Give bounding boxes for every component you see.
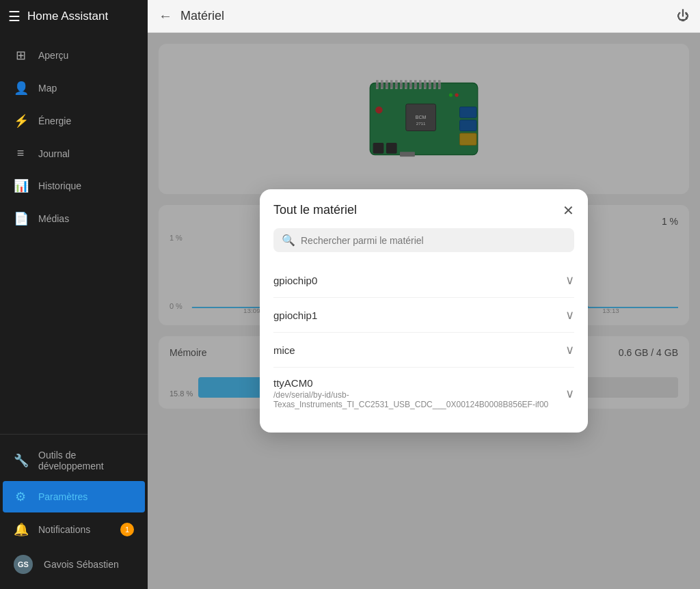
notification-badge: 1	[120, 523, 134, 536]
sidebar-label-parametres: Paramètres	[38, 491, 88, 502]
sidebar-item-outils[interactable]: 🔧 Outils de développement	[3, 441, 145, 480]
hw-item-sub: /dev/serial/by-id/usb-Texas_Instruments_…	[273, 390, 565, 409]
journal-icon: ≡	[14, 146, 27, 161]
sidebar-label-apercu: Aperçu	[38, 50, 68, 61]
main-content: ← Matériel ⏻	[148, 0, 700, 589]
sidebar-item-map[interactable]: 👤 Map	[3, 72, 145, 104]
sidebar-item-medias[interactable]: 📄 Médias	[3, 203, 145, 234]
power-button[interactable]: ⏻	[677, 9, 689, 23]
back-button[interactable]: ←	[159, 8, 172, 24]
content-area: BCM 2711 1	[148, 33, 700, 589]
sidebar-label-user: Gavois Sébastien	[44, 559, 119, 570]
hardware-list: gpiochip0 ∨ gpiochip1 ∨ mice	[273, 263, 574, 419]
app-title: Home Assistant	[27, 10, 108, 23]
menu-icon[interactable]: ☰	[8, 8, 21, 25]
bell-icon: 🔔	[14, 522, 27, 537]
sidebar-item-parametres[interactable]: ⚙ Paramètres	[3, 481, 145, 512]
chevron-down-icon: ∨	[565, 342, 574, 357]
hw-item-mice[interactable]: mice ∨	[273, 333, 574, 368]
topbar: ← Matériel ⏻	[148, 0, 700, 33]
hw-item-ttyacm0[interactable]: ttyACM0 /dev/serial/by-id/usb-Texas_Inst…	[273, 368, 574, 419]
hardware-modal: Tout le matériel ✕ 🔍 gpiochip0 ∨	[260, 189, 588, 433]
search-box: 🔍	[273, 228, 574, 252]
map-icon: 👤	[14, 81, 27, 96]
sidebar-item-user[interactable]: GS Gavois Sébastien	[3, 547, 145, 582]
sidebar-item-energie[interactable]: ⚡ Énergie	[3, 105, 145, 137]
chevron-down-icon: ∨	[565, 386, 574, 401]
sidebar-footer: 🔧 Outils de développement ⚙ Paramètres 🔔…	[0, 434, 148, 589]
hw-item-gpiochip1[interactable]: gpiochip1 ∨	[273, 298, 574, 333]
hw-item-name: ttyACM0	[273, 377, 565, 389]
sidebar-item-apercu[interactable]: ⊞ Aperçu	[3, 40, 145, 71]
tools-icon: 🔧	[14, 453, 27, 468]
avatar: GS	[14, 555, 33, 574]
sidebar-label-medias: Médias	[38, 213, 69, 224]
grid-icon: ⊞	[14, 48, 27, 63]
sidebar-header: ☰ Home Assistant	[0, 0, 148, 33]
hw-item-name: mice	[273, 344, 565, 356]
hw-item-gpiochip0[interactable]: gpiochip0 ∨	[273, 263, 574, 298]
sidebar-item-journal[interactable]: ≡ Journal	[3, 138, 145, 169]
chevron-down-icon: ∨	[565, 307, 574, 323]
modal-header: Tout le matériel ✕	[273, 203, 574, 217]
energy-icon: ⚡	[14, 113, 27, 128]
modal-overlay[interactable]: Tout le matériel ✕ 🔍 gpiochip0 ∨	[148, 33, 700, 589]
sidebar-label-map: Map	[38, 83, 57, 94]
sidebar-label-energie: Énergie	[38, 115, 71, 126]
modal-close-button[interactable]: ✕	[563, 204, 574, 217]
modal-title: Tout le matériel	[273, 203, 357, 217]
sidebar-nav: ⊞ Aperçu 👤 Map ⚡ Énergie ≡ Journal 📊 His…	[0, 33, 148, 434]
settings-icon: ⚙	[14, 489, 27, 504]
sidebar-label-historique: Historique	[38, 180, 81, 191]
sidebar-label-journal: Journal	[38, 148, 70, 159]
sidebar-item-notifications[interactable]: 🔔 Notifications 1	[3, 514, 145, 545]
search-input[interactable]	[301, 235, 566, 246]
search-icon: 🔍	[282, 234, 295, 247]
sidebar-item-historique[interactable]: 📊 Historique	[3, 170, 145, 202]
sidebar: ☰ Home Assistant ⊞ Aperçu 👤 Map ⚡ Énergi…	[0, 0, 148, 589]
medias-icon: 📄	[14, 211, 27, 226]
chevron-down-icon: ∨	[565, 273, 574, 288]
sidebar-label-outils: Outils de développement	[38, 450, 134, 471]
hw-item-name: gpiochip1	[273, 310, 565, 321]
historique-icon: 📊	[14, 178, 27, 193]
hw-item-name: gpiochip0	[273, 275, 565, 286]
page-title: Matériel	[180, 9, 669, 23]
sidebar-label-notifications: Notifications	[38, 524, 90, 535]
